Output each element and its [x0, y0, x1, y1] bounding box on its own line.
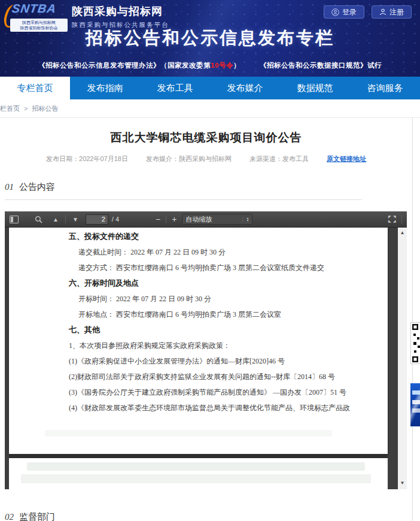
section-title: 监督部门	[19, 511, 55, 521]
faint-text-line	[27, 462, 365, 471]
banner-title: 招标公告和公示信息发布专栏	[0, 26, 420, 50]
doc-heading: 五、投标文件的递交	[69, 229, 388, 244]
meta-publish-date: 发布日期：2022年07月18日	[46, 155, 128, 163]
nav-tab-column-home[interactable]: 专栏首页	[0, 77, 70, 99]
breadcrumb: 专栏首页 > 招标公告	[0, 99, 420, 118]
doc-line: 1、本次项目参照政府采购规定落实政府采购政策：	[69, 338, 388, 353]
pdf-document-text: 五、投标文件的递交 递交截止时间： 2022 年 07 月 22 日 09 时 …	[9, 228, 388, 416]
scroll-down-icon[interactable]: ▼	[398, 480, 407, 486]
main-content: 西北大学铜芯电缆采购项目询价公告 发布日期：2022年07月18日 发布媒介：陕…	[0, 118, 413, 521]
zoom-mode-value: 自动缩放	[185, 215, 242, 224]
site-header: SNTBA 陕西采购与招标网 陕西省招标投标协会 陕西采购与招标网 陕西采购与招…	[0, 0, 420, 77]
register-person-icon	[379, 8, 386, 16]
section-heading-announcement: 01公告内容	[5, 181, 412, 193]
nav-tab-publish-guide[interactable]: 发布指南	[70, 77, 140, 99]
page-down-button[interactable]: ▼	[72, 216, 78, 223]
qr-code-image	[412, 324, 420, 362]
nav-tab-publish-tool[interactable]: 发布工具	[140, 77, 210, 99]
login-button[interactable]: 登录	[324, 5, 364, 19]
pdf-scrollbar[interactable]: ▲ ▼	[398, 228, 407, 489]
logo-sntba-text: SNTBA	[11, 2, 57, 16]
promo-banner[interactable]	[410, 383, 420, 426]
faint-text-line	[21, 474, 371, 483]
nav-tab-consulting[interactable]: 咨询服务	[350, 77, 420, 99]
logo-caption-line1: 陕西采购与招标网	[12, 20, 66, 25]
breadcrumb-separator: >	[24, 105, 28, 112]
select-arrows-icon: ▲▼	[242, 217, 249, 222]
meta-source-channel: 来源渠道：发布工具	[249, 155, 309, 163]
search-icon	[35, 216, 42, 223]
doc-line: (3)《国务院办公厅关于建立政府强制采购节能产品制度的通知》 —国办发〔2007…	[69, 384, 388, 400]
page-up-icon: ▲	[53, 216, 59, 223]
pdf-scroll-area[interactable]: 五、投标文件的递交 递交截止时间： 2022 年 07 月 22 日 09 时 …	[5, 228, 407, 489]
page-number-input[interactable]	[86, 214, 108, 225]
sidebar-toggle-icon	[10, 216, 19, 223]
page-count-label: / 4	[112, 216, 119, 223]
register-label: 注册	[389, 7, 404, 17]
regulation-left-prefix: 《招标公告和公示信息发布管理办法》（国家发改委第	[38, 62, 211, 69]
section-number: 01	[5, 182, 14, 192]
doc-line: (2)财政部司法部关于政府采购支持监狱企业发展有关问题的通知--财库〔2014〕…	[69, 369, 388, 384]
toolbar-separator	[401, 215, 402, 223]
doc-line: 开标时间： 2022 年 07 月 22 日 09 时 30 分	[78, 291, 388, 307]
find-button[interactable]	[35, 216, 42, 223]
section-title: 公告内容	[19, 181, 55, 192]
section-number: 02	[5, 512, 14, 521]
toolbar-separator	[65, 215, 66, 223]
doc-line: 递交方式： 西安市红缨路南口 6 号均明拍卖广场 3 层第二会议室纸质文件递交	[78, 260, 388, 275]
original-link[interactable]: 原文链接地址	[327, 155, 366, 163]
presentation-mode-button[interactable]: ◤◥◣◢	[388, 216, 397, 223]
page-down-icon: ▼	[72, 216, 78, 223]
doc-line: (4)《财政部发展改革委生态环境部市场监督总局关于调整优化节能产品、环境标志产品…	[69, 400, 388, 416]
regulation-red-text: 10号令	[211, 62, 233, 69]
pdf-toolbar: ▲ ▼ / 4 − + 自动缩放 ▲▼ ◤◥◣◢	[5, 211, 407, 228]
faint-text-line	[45, 430, 332, 437]
scroll-up-icon[interactable]: ▲	[398, 230, 407, 235]
section-heading-supervisor: 02监督部门	[5, 511, 412, 521]
login-label: 登录	[342, 7, 357, 17]
pdf-page-2: 五、投标文件的递交 递交截止时间： 2022 年 07 月 22 日 09 时 …	[9, 228, 388, 454]
banner-regulations: 《招标公告和公示信息发布管理办法》（国家发改委第10号令）《招标公告和公示数据接…	[0, 61, 420, 70]
doc-line: 开标地点： 西安市红缨路南口 6 号均明拍卖广场 3 层第二会议室	[78, 307, 388, 322]
page-title: 西北大学铜芯电缆采购项目询价公告	[0, 118, 412, 146]
doc-line: 递交截止时间： 2022 年 07 月 22 日 09 时 30 分	[78, 244, 388, 260]
qr-code-widget[interactable]	[410, 322, 420, 364]
doc-heading: 七、其他	[69, 322, 388, 338]
zoom-mode-select[interactable]: 自动缩放 ▲▼	[182, 214, 252, 225]
zoom-out-button[interactable]: −	[156, 215, 160, 223]
nav-tab-data-spec[interactable]: 数据规范	[280, 77, 350, 99]
register-button[interactable]: 注册	[372, 5, 412, 19]
page-up-button[interactable]: ▲	[53, 216, 59, 223]
regulation-right: 《招标公告和公示数据接口规范》试行	[260, 62, 382, 69]
breadcrumb-home-link[interactable]: 专栏首页	[0, 105, 20, 112]
regulation-left-suffix: ）	[233, 62, 241, 69]
site-name: 陕西采购与招标网	[72, 4, 169, 19]
doc-line: (1)《政府采购促进中小企业发展管理办法》的通知—财库[2020]46 号	[69, 353, 388, 369]
toolbar-separator	[166, 215, 166, 223]
nav-tab-publish-media[interactable]: 发布媒介	[210, 77, 280, 99]
login-person-icon	[331, 8, 339, 16]
page-separator	[9, 454, 388, 458]
breadcrumb-current: 招标公告	[32, 105, 59, 112]
doc-heading: 六、开标时间及地点	[69, 275, 388, 291]
meta-publish-media: 发布媒介：陕西采购与招标网	[146, 155, 232, 163]
section-divider	[5, 199, 362, 200]
zoom-in-button[interactable]: +	[172, 215, 176, 223]
pdf-page-3	[9, 458, 388, 489]
sidebar-toggle-button[interactable]	[10, 216, 19, 223]
article-meta: 发布日期：2022年07月18日 发布媒介：陕西采购与招标网 来源渠道：发布工具…	[0, 155, 412, 163]
primary-nav: 专栏首页 发布指南 发布工具 发布媒介 数据规范 咨询服务	[0, 77, 420, 99]
pdf-viewer: ▲ ▼ / 4 − + 自动缩放 ▲▼ ◤◥◣◢	[5, 211, 407, 489]
